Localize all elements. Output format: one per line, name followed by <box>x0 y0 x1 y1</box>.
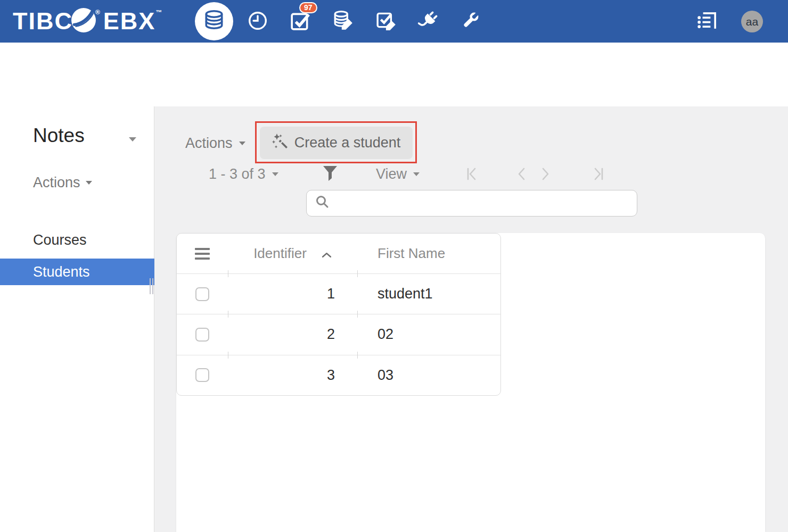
nav-tasks[interactable]: 97 <box>290 11 311 32</box>
database-edit-icon <box>333 10 354 34</box>
previous-page-button[interactable] <box>516 167 527 183</box>
top-navigation-bar: TIBC ® EBX ™ <box>0 0 788 43</box>
nav-data-edit[interactable] <box>333 11 354 32</box>
first-page-icon <box>465 173 478 182</box>
database-icon <box>203 9 225 34</box>
chevron-down-icon <box>239 142 245 145</box>
section-dropdown-caret-icon[interactable] <box>129 137 136 142</box>
column-divider <box>228 352 228 359</box>
task-check-icon <box>290 11 310 33</box>
column-divider <box>228 270 228 277</box>
cell-first-name: student1 <box>357 274 500 314</box>
table-menu-cell <box>177 234 228 273</box>
session-log-button[interactable] <box>696 11 718 32</box>
nav-data-active[interactable] <box>195 2 233 40</box>
nav-integration[interactable] <box>417 11 439 32</box>
log-list-icon <box>697 12 717 32</box>
cell-identifier: 2 <box>228 314 357 354</box>
row-checkbox[interactable] <box>195 287 209 301</box>
tibco-swoosh-icon <box>71 7 96 35</box>
record-count-dropdown[interactable]: 1 - 3 of 3 <box>209 166 278 182</box>
column-header-first-name[interactable]: First Name <box>357 234 500 273</box>
table-actions-dropdown[interactable]: Actions <box>185 135 245 152</box>
table-search-box <box>306 190 637 217</box>
column-divider <box>357 270 358 277</box>
sidebar-item-label: Courses <box>33 232 87 248</box>
clock-icon <box>248 11 268 33</box>
next-page-button[interactable] <box>540 167 551 183</box>
cell-first-name: 03 <box>357 355 500 395</box>
nav-history[interactable] <box>247 11 268 32</box>
trademark-mark: ™ <box>155 9 162 16</box>
column-label: Identifier <box>253 245 307 262</box>
filter-button[interactable] <box>323 165 338 184</box>
filter-funnel-icon <box>323 174 338 183</box>
sidebar-actions-dropdown[interactable]: Actions <box>33 174 92 191</box>
nav-administration[interactable] <box>459 11 481 32</box>
view-dropdown[interactable]: View <box>376 166 420 182</box>
chevron-right-icon <box>540 173 551 182</box>
chevron-down-icon <box>413 172 420 176</box>
registered-mark: ® <box>95 9 100 16</box>
cell-identifier: 1 <box>228 274 357 314</box>
create-student-button[interactable]: Create a student <box>260 127 413 159</box>
cell-identifier: 3 <box>228 355 357 395</box>
sidebar-item-courses[interactable]: Courses <box>0 227 154 253</box>
cell-first-name: 02 <box>357 314 500 354</box>
sidebar-resize-handle[interactable] <box>150 278 153 294</box>
chevron-down-icon <box>86 181 92 185</box>
navigation-sidebar: Notes Actions Courses Students <box>0 106 154 532</box>
sidebar-item-students[interactable]: Students <box>0 259 154 285</box>
row-checkbox[interactable] <box>195 368 209 382</box>
sort-ascending-icon <box>322 245 332 262</box>
table-row[interactable]: 2 02 <box>177 314 500 354</box>
nav-validation[interactable] <box>376 11 397 32</box>
tibco-ebx-logo[interactable]: TIBC ® EBX ™ <box>13 0 162 43</box>
sidebar-section-title: Notes <box>33 124 85 147</box>
table-row[interactable]: 3 03 <box>177 355 500 395</box>
sidebar-item-label: Students <box>33 264 90 280</box>
column-label: First Name <box>377 245 445 262</box>
column-divider <box>357 311 358 318</box>
create-student-label: Create a student <box>294 135 401 151</box>
logo-text-tibc: TIBC <box>13 7 73 35</box>
table-menu-icon[interactable] <box>195 248 210 260</box>
table-header-row: Identifier First Name <box>177 234 500 273</box>
avatar-initials: aa <box>746 15 758 28</box>
ebx-application: TIBC ® EBX ™ <box>0 0 788 532</box>
column-divider <box>357 352 358 359</box>
chevron-down-icon <box>272 172 278 176</box>
table-row[interactable]: 1 student1 <box>177 273 500 314</box>
record-count-label: 1 - 3 of 3 <box>209 166 266 182</box>
table-actions-label: Actions <box>185 135 233 152</box>
search-icon <box>315 195 330 212</box>
search-input[interactable] <box>334 193 637 214</box>
user-avatar[interactable]: aa <box>741 11 763 32</box>
page-header: Master Data Students ? <box>0 43 788 106</box>
column-header-identifier[interactable]: Identifier <box>228 234 357 273</box>
tasks-count-badge: 97 <box>299 2 317 13</box>
chevron-left-icon <box>516 173 527 182</box>
logo-text-ebx: EBX <box>103 7 156 35</box>
last-page-icon <box>592 173 605 182</box>
students-table: Identifier First Name 1 student1 2 02 <box>176 233 501 396</box>
sidebar-actions-label: Actions <box>33 174 80 191</box>
wrench-icon <box>459 10 481 34</box>
column-divider <box>228 311 228 318</box>
plug-icon <box>417 10 439 34</box>
last-page-button[interactable] <box>592 167 605 183</box>
first-page-button[interactable] <box>465 167 478 183</box>
magic-wand-icon <box>272 133 288 153</box>
checkbox-edit-icon <box>376 10 397 34</box>
view-label: View <box>376 166 407 182</box>
row-checkbox[interactable] <box>195 328 209 342</box>
